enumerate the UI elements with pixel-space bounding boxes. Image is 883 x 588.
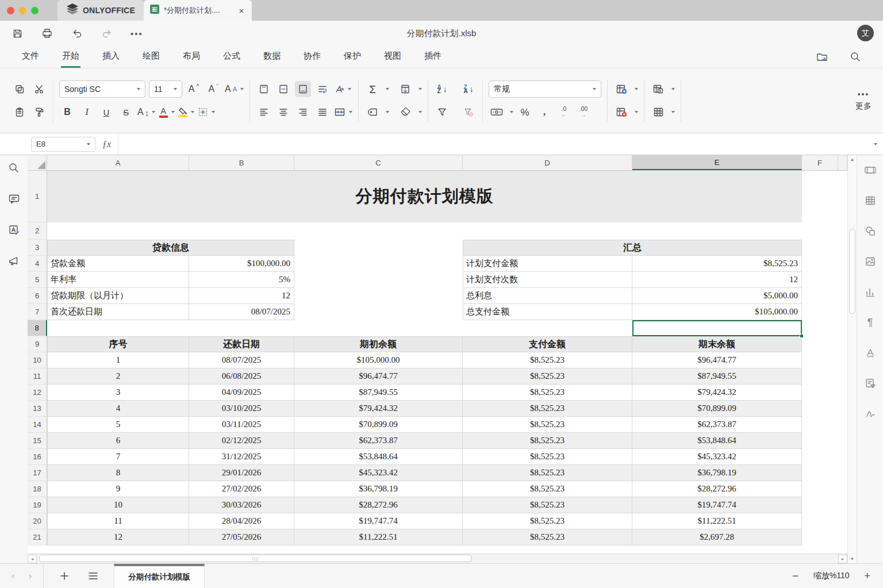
row-header-15[interactable]: 15 [28,433,47,449]
format-as-table-button[interactable] [650,104,666,120]
add-sheet-button[interactable] [56,568,72,584]
toolbar-more-button[interactable]: ••• 更多 [855,90,872,112]
payment-cell[interactable]: 30/03/2026 [189,497,294,513]
horizontal-scrollbar[interactable]: ◂ |||| ▸ [28,554,847,563]
cell-settings-icon[interactable] [862,162,878,178]
image-settings-icon[interactable] [862,253,878,270]
menu-tab[interactable]: 视图 [383,46,402,68]
payment-cell[interactable]: 1 [47,352,189,368]
payment-cell[interactable]: $8,525.23 [463,497,632,513]
sheet-search-icon[interactable] [6,160,22,176]
payment-cell[interactable]: 4 [47,401,189,417]
increase-decimal-button[interactable]: .00→ [575,104,592,120]
payment-header-cell[interactable]: 支付金额 [463,336,632,352]
menu-tab[interactable]: 布局 [182,46,201,68]
payment-cell[interactable]: $8,525.23 [463,513,632,529]
payment-cell[interactable]: $53,848.64 [632,433,802,449]
payment-cell[interactable]: 2 [47,368,189,385]
row-header-16[interactable]: 16 [28,449,47,465]
paste-button[interactable] [11,104,28,120]
select-all-corner[interactable] [28,155,47,170]
vertical-scroll-thumb[interactable] [849,229,855,314]
row-header-10[interactable]: 10 [28,352,47,368]
chart-settings-icon[interactable] [862,284,878,300]
zoom-in-button[interactable]: + [864,570,870,582]
print-button[interactable] [39,25,55,41]
loan-label-cell[interactable]: 贷款期限（以月计） [47,288,189,304]
payment-cell[interactable]: $28,272.96 [294,497,463,513]
payment-cell[interactable]: $70,899.09 [632,401,802,417]
payment-cell[interactable]: 28/04/2026 [189,513,294,529]
text-orientation-button[interactable] [334,81,351,97]
fx-icon[interactable]: ƒx [95,139,118,149]
filter-button[interactable] [434,104,450,120]
formula-input[interactable] [118,133,866,155]
text-art-settings-icon[interactable] [862,345,878,361]
column-header-E[interactable]: E [632,155,802,170]
justify-button[interactable] [314,104,331,120]
redo-button[interactable] [99,25,115,41]
payment-cell[interactable]: $19,747.74 [632,497,802,513]
loan-info-header-cell[interactable]: 贷款信息 [47,240,294,256]
row-header-14[interactable]: 14 [28,417,47,433]
row-header-3[interactable]: 3 [28,240,47,256]
row-header-6[interactable]: 6 [28,288,47,304]
payment-cell[interactable]: $8,525.23 [463,433,632,449]
summary-label-cell[interactable]: 计划支付金额 [463,256,632,272]
summary-label-cell[interactable]: 总利息 [463,288,632,304]
payment-cell[interactable]: 6 [47,433,189,449]
payment-cell[interactable]: 5 [47,417,189,433]
loan-value-cell[interactable]: 12 [189,288,294,304]
align-right-button[interactable] [295,104,311,120]
quick-access-more-button[interactable]: ••• [129,25,145,41]
sheet-list-button[interactable] [85,568,101,584]
payment-cell[interactable]: 03/10/2025 [189,401,294,417]
font-size-select[interactable]: 11 [149,80,182,98]
payment-cell[interactable]: $2,697.28 [632,529,802,545]
feedback-icon[interactable] [6,253,22,269]
cell[interactable] [294,272,463,288]
change-case-button[interactable]: AA [225,81,244,97]
scroll-right-icon[interactable]: ▸ [838,555,847,563]
summary-value-cell[interactable]: $105,000.00 [632,304,802,320]
prev-sheet-icon[interactable]: ‹ [11,570,15,582]
loan-value-cell[interactable]: $100,000.00 [189,256,294,272]
scroll-left-icon[interactable]: ◂ [28,555,37,563]
sort-descending-button[interactable]: ZA↓ [460,81,477,97]
named-ranges-button[interactable] [364,104,381,120]
format-painter-button[interactable] [31,104,47,120]
payment-cell[interactable]: 11 [47,513,189,529]
payment-cell[interactable]: $8,525.23 [463,481,632,497]
row-header-7[interactable]: 7 [28,304,47,320]
row-header-17[interactable]: 17 [28,465,47,481]
align-center-button[interactable] [275,104,291,120]
strikethrough-button[interactable]: S [118,104,134,120]
payment-cell[interactable]: 27/05/2026 [189,529,294,545]
payment-cell[interactable]: 31/12/2025 [189,449,294,465]
clear-button[interactable] [397,104,413,120]
menu-tab[interactable]: 开始 [61,46,80,68]
save-button[interactable] [9,25,25,41]
selection-fill-handle[interactable] [800,334,804,338]
row-header-21[interactable]: 21 [28,529,47,545]
row-header-11[interactable]: 11 [28,368,47,385]
fill-down-button[interactable] [397,81,413,97]
payment-header-cell[interactable]: 还款日期 [189,336,294,352]
zoom-out-button[interactable]: − [792,570,798,582]
cell[interactable] [47,222,838,240]
cell[interactable] [294,304,463,320]
column-header-A[interactable]: A [47,155,189,170]
close-tab-icon[interactable]: × [237,6,246,16]
pivot-table-settings-icon[interactable] [862,375,878,391]
next-sheet-icon[interactable]: › [29,570,32,582]
fullscreen-window-button[interactable] [31,7,39,14]
cut-button[interactable] [31,81,47,97]
payment-cell[interactable]: $96,474.77 [632,352,802,368]
payment-cell[interactable]: $8,525.23 [463,368,632,385]
menu-tab[interactable]: 插入 [101,46,121,68]
paragraph-settings-icon[interactable]: ¶ [862,314,878,330]
payment-cell[interactable]: 04/09/2025 [189,385,294,401]
column-header-B[interactable]: B [189,155,294,170]
payment-cell[interactable]: $53,848.64 [294,449,463,465]
align-left-button[interactable] [256,104,272,120]
